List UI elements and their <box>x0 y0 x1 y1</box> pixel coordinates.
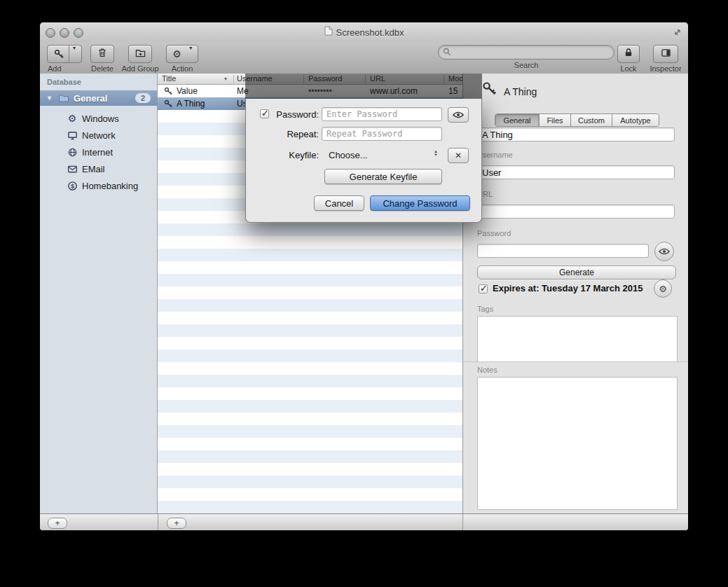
lock-button[interactable] <box>617 45 640 63</box>
sidebar-item-network[interactable]: Network <box>40 127 158 144</box>
cell-title: A Thing <box>177 99 205 109</box>
cancel-button[interactable]: Cancel <box>314 195 364 211</box>
gear-icon: ⚙ <box>67 113 78 124</box>
notes-input[interactable] <box>477 377 678 510</box>
password-enable-checkbox[interactable] <box>260 109 269 118</box>
sheet-password-input[interactable] <box>322 107 442 121</box>
sidebar-item-label: Windows <box>82 113 119 124</box>
add-entry-plus-button[interactable]: + <box>167 518 186 529</box>
inspector-label: Inspector <box>650 64 681 73</box>
sheet-show-password-button[interactable] <box>448 107 469 123</box>
key-icon <box>164 86 173 95</box>
eye-icon <box>453 109 464 121</box>
disclosure-triangle-icon[interactable]: ▼ <box>46 95 53 102</box>
column-header-title[interactable]: Title <box>162 74 176 83</box>
search-group: Search <box>443 45 610 69</box>
dollar-gear-icon: $ <box>67 180 78 191</box>
sheet-password-label: Password: <box>271 109 319 120</box>
tab-general[interactable]: General <box>495 114 540 126</box>
tags-input[interactable] <box>477 316 678 362</box>
sidebar-item-label: Internet <box>82 147 113 158</box>
svg-text:$: $ <box>71 182 74 189</box>
search-input[interactable] <box>454 47 610 58</box>
sidebar-item-label: EMail <box>82 164 105 174</box>
lock-icon <box>624 48 633 60</box>
close-icon: ✕ <box>455 151 462 160</box>
folder-plus-icon <box>135 48 146 61</box>
inspector-panel: A Thing General Files Custom Autotype Us… <box>462 74 688 513</box>
username-field[interactable] <box>477 165 675 179</box>
tab-custom[interactable]: Custom <box>571 114 612 126</box>
add-group-button[interactable] <box>128 45 152 63</box>
toolbar: ▼ Add Entry Delete Add Group <box>40 42 688 74</box>
show-password-button[interactable] <box>654 242 674 261</box>
document-icon <box>324 26 333 39</box>
sidebar-section-header: Database <box>47 78 81 86</box>
divider <box>463 361 688 362</box>
key-icon <box>50 46 69 62</box>
title-field[interactable] <box>477 127 675 141</box>
change-password-button[interactable]: Change Password <box>370 195 470 211</box>
monitor-icon <box>67 130 78 141</box>
titlebar[interactable]: Screenshot.kdbx <box>40 22 688 43</box>
popup-stepper-icon[interactable]: ▲▼ <box>434 150 438 157</box>
trash-icon <box>97 48 107 60</box>
keyfile-popup-value[interactable]: Choose... <box>329 150 368 160</box>
username-label: Username <box>477 151 513 159</box>
add-group-label: Add Group <box>121 64 158 73</box>
sidebar: Database ▼ General 2 ⚙ Windows <box>40 74 158 513</box>
globe-icon <box>67 146 78 158</box>
expires-checkbox[interactable] <box>479 284 488 294</box>
app-window: Screenshot.kdbx ▼ Add Entry <box>40 22 688 530</box>
sheet-dialog: Password: Repeat: Keyfile: Choose... ▲▼ … <box>245 99 482 223</box>
expires-settings-button[interactable]: ⚙ <box>654 279 672 298</box>
notes-label: Notes <box>477 366 497 374</box>
pane-separator <box>158 514 158 530</box>
tags-label: Tags <box>477 305 493 313</box>
sheet-dim-overlay <box>245 74 482 99</box>
inspector-toggle-button[interactable] <box>653 45 678 63</box>
tab-autotype[interactable]: Autotype <box>612 114 659 126</box>
desktop-background: Screenshot.kdbx ▼ Add Entry <box>0 0 728 587</box>
add-entry-button[interactable]: ▼ <box>47 45 82 63</box>
gear-icon: ⚙ <box>659 284 667 294</box>
sidebar-item-email[interactable]: EMail <box>40 160 158 177</box>
sheet-keyfile-label: Keyfile: <box>271 150 319 160</box>
chevron-down-icon[interactable]: ▼ <box>186 46 196 62</box>
sheet-repeat-label: Repeat: <box>271 129 319 139</box>
chevron-down-icon[interactable]: ▼ <box>69 46 80 62</box>
sidebar-group-label: General <box>74 93 107 104</box>
gear-icon: ⚙ <box>168 46 186 62</box>
password-field[interactable] <box>477 244 649 258</box>
inspector-toggle-group: Inspector <box>648 45 683 73</box>
action-group: ⚙ ▼ Action <box>165 45 199 73</box>
delete-group: Delete <box>90 45 114 73</box>
sidebar-item-windows[interactable]: ⚙ Windows <box>40 110 158 127</box>
fullscreen-icon[interactable] <box>673 27 682 40</box>
expires-label: Expires at: Tuesday 17 March 2015 <box>493 283 643 294</box>
search-label: Search <box>514 61 539 69</box>
envelope-icon <box>67 163 78 174</box>
search-field[interactable] <box>438 45 614 60</box>
sidebar-item-internet[interactable]: Internet <box>40 144 158 160</box>
url-field[interactable] <box>477 205 675 219</box>
sidebar-item-homebanking[interactable]: $ Homebanking <box>40 177 158 194</box>
folder-icon <box>58 92 69 106</box>
window-title-area: Screenshot.kdbx <box>40 22 688 42</box>
search-icon <box>443 46 451 59</box>
key-icon <box>164 99 173 108</box>
generate-keyfile-button[interactable]: Generate Keyfile <box>324 169 442 184</box>
action-button[interactable]: ⚙ ▼ <box>166 45 198 63</box>
inspector-panel-icon <box>661 48 671 61</box>
sheet-repeat-input[interactable] <box>322 127 442 141</box>
add-group-plus-button[interactable]: + <box>48 518 67 529</box>
group-count-badge: 2 <box>135 93 151 103</box>
sidebar-item-label: Network <box>82 130 116 141</box>
generate-password-button[interactable]: Generate <box>477 265 676 279</box>
clear-keyfile-button[interactable]: ✕ <box>448 148 469 163</box>
column-separator[interactable] <box>233 75 234 83</box>
cell-title: Value <box>177 86 198 96</box>
delete-button[interactable] <box>90 45 114 63</box>
sidebar-group-general[interactable]: ▼ General 2 <box>40 90 158 106</box>
tab-files[interactable]: Files <box>540 114 571 126</box>
